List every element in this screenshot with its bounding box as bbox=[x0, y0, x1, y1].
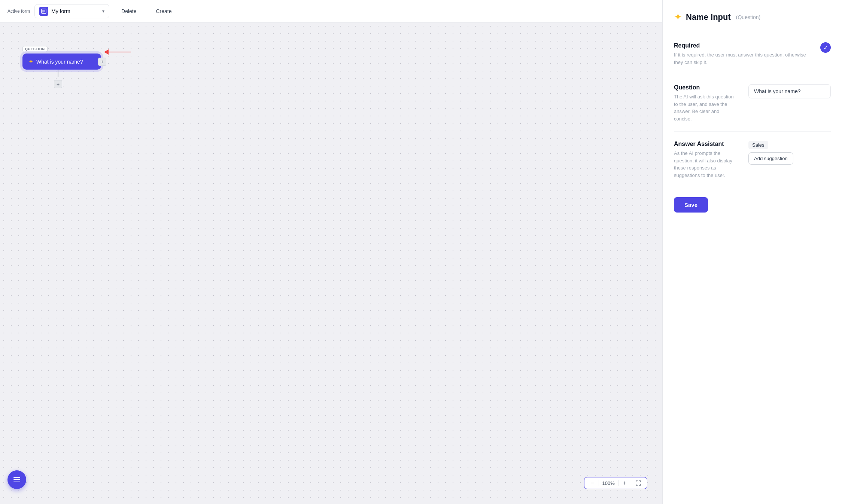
form-name: My form bbox=[51, 8, 99, 14]
save-section: Save bbox=[674, 188, 831, 222]
panel-sparkle-icon: ✦ bbox=[674, 11, 682, 23]
add-suggestion-button[interactable]: Add suggestion bbox=[748, 152, 793, 165]
arrow-line bbox=[109, 52, 131, 52]
hamburger-icon bbox=[13, 477, 20, 482]
question-section-desc: The AI will ask this question to the use… bbox=[674, 93, 737, 122]
panel-subtitle: (Question) bbox=[736, 14, 760, 20]
add-suggestion-label: Add suggestion bbox=[754, 156, 788, 161]
canvas-content: QUESTION ✦ What is your name? + + bbox=[0, 22, 662, 504]
zoom-divider bbox=[599, 480, 599, 486]
question-card[interactable]: ✦ What is your name? + bbox=[22, 54, 101, 70]
right-panel: ✦ Name Input (Question) Required If it i… bbox=[662, 0, 842, 504]
question-section-left: Question The AI will ask this question t… bbox=[674, 84, 737, 122]
panel-title: Name Input bbox=[686, 12, 731, 22]
menu-button[interactable] bbox=[7, 470, 26, 489]
question-section: Question The AI will ask this question t… bbox=[674, 75, 831, 132]
chevron-down-icon: ▾ bbox=[102, 9, 104, 14]
connector-line bbox=[58, 70, 58, 77]
create-button[interactable]: Create bbox=[148, 5, 179, 17]
zoom-expand-button[interactable] bbox=[634, 480, 642, 486]
zoom-divider-3 bbox=[631, 480, 631, 486]
active-form-badge: Active form bbox=[7, 9, 30, 14]
add-right-button[interactable]: + bbox=[98, 58, 106, 66]
question-text: What is your name? bbox=[36, 59, 95, 65]
answer-section-right: Sales Add suggestion bbox=[748, 141, 831, 165]
hamburger-line-2 bbox=[13, 479, 20, 480]
hamburger-line-1 bbox=[13, 477, 20, 478]
zoom-level: 100% bbox=[602, 480, 615, 486]
answer-section-left: Answer Assistant As the AI prompts the q… bbox=[674, 141, 737, 179]
required-title: Required bbox=[674, 42, 813, 49]
save-button[interactable]: Save bbox=[674, 197, 708, 213]
question-section-title: Question bbox=[674, 84, 737, 91]
sparkle-icon: ✦ bbox=[28, 58, 33, 65]
answer-assistant-title: Answer Assistant bbox=[674, 141, 737, 147]
panel-header: ✦ Name Input (Question) bbox=[674, 11, 831, 23]
zoom-divider-2 bbox=[618, 480, 618, 486]
form-selector[interactable]: My form ▾ bbox=[34, 4, 109, 18]
required-left: Required If it is required, the user mus… bbox=[674, 42, 820, 66]
suggestion-tag: Sales bbox=[748, 141, 768, 149]
add-bottom-button[interactable]: + bbox=[54, 80, 62, 88]
required-row: Required If it is required, the user mus… bbox=[674, 42, 831, 66]
top-bar: Active form My form ▾ Delete Create bbox=[0, 0, 662, 22]
canvas-area: Active form My form ▾ Delete Create QUES… bbox=[0, 0, 662, 504]
zoom-in-button[interactable]: + bbox=[621, 480, 628, 486]
form-icon bbox=[39, 7, 48, 16]
required-section: Required If it is required, the user mus… bbox=[674, 33, 831, 75]
question-node[interactable]: QUESTION ✦ What is your name? + + bbox=[22, 45, 101, 88]
question-type-label: QUESTION bbox=[22, 46, 48, 52]
required-desc: If it is required, the user must answer … bbox=[674, 51, 813, 66]
hamburger-line-3 bbox=[13, 482, 20, 482]
required-checkbox[interactable]: ✓ bbox=[820, 42, 831, 53]
zoom-controls: − 100% + bbox=[584, 477, 647, 489]
red-arrow bbox=[109, 52, 131, 52]
zoom-out-button[interactable]: − bbox=[589, 480, 595, 486]
question-input[interactable] bbox=[748, 84, 831, 98]
answer-assistant-section: Answer Assistant As the AI prompts the q… bbox=[674, 132, 831, 188]
arrow-head bbox=[104, 49, 109, 55]
answer-assistant-desc: As the AI prompts the question, it will … bbox=[674, 150, 737, 179]
delete-button[interactable]: Delete bbox=[114, 5, 144, 17]
